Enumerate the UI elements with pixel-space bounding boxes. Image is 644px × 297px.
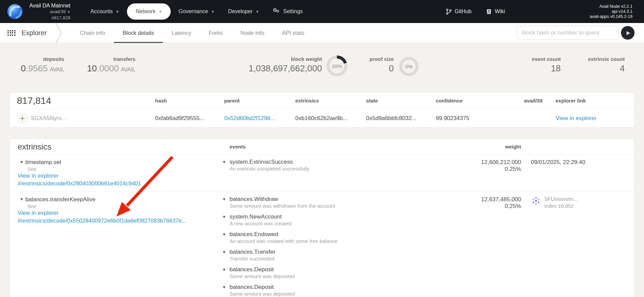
- signer-index: index 10,352: [544, 203, 578, 209]
- event-description: A new account was created: [230, 220, 292, 227]
- best-block-number: #817,826: [28, 15, 70, 21]
- col-header-confidence: confidence: [436, 98, 500, 104]
- extrinsic-explorer-link[interactable]: View in explorer: [18, 172, 222, 179]
- see-label[interactable]: See: [27, 166, 222, 172]
- expand-caret-icon[interactable]: ▼: [18, 159, 22, 166]
- stat-proof-size: proof size 0: [369, 56, 394, 73]
- expand-caret-icon[interactable]: ▼: [222, 231, 227, 244]
- breadcrumb-chevron-icon: [56, 23, 62, 43]
- wiki-link[interactable]: Wiki: [486, 8, 505, 15]
- nav-item-settings[interactable]: ⚙⚙ Settings: [267, 3, 308, 20]
- tab-latency[interactable]: Latency: [163, 23, 200, 43]
- block-search-input[interactable]: [517, 26, 619, 40]
- event-name: system.ExtrinsicSuccess: [230, 159, 309, 165]
- tab-chain-info[interactable]: Chain info: [71, 23, 114, 43]
- event-item: ▼ balances.Deposit Some amount was depos…: [222, 284, 457, 297]
- expand-caret-icon[interactable]: ▼: [222, 196, 227, 209]
- event-description: Some amount was withdrawn from the accou…: [230, 203, 335, 209]
- git-branch-icon: [446, 8, 452, 15]
- chevron-down-icon[interactable]: ▼: [67, 10, 70, 14]
- apps-grid-icon[interactable]: [7, 30, 16, 36]
- expand-caret-icon[interactable]: ▼: [222, 159, 227, 172]
- chevron-down-icon: ▼: [211, 10, 214, 14]
- extrinsic-explorer-link[interactable]: View in explorer: [18, 209, 222, 216]
- event-name: balances.Endowed: [230, 231, 338, 238]
- chevron-down-icon: ▼: [158, 10, 162, 14]
- event-item: ▼ balances.Withdraw Some amount was with…: [222, 196, 457, 209]
- explorer-tabs: Chain info Block details Latency Forks N…: [71, 23, 313, 43]
- nav-item-governance[interactable]: Governance▼: [173, 3, 220, 20]
- block-explorer-link[interactable]: View in explorer: [556, 115, 597, 121]
- extrinsics-root: 0xb160c62b2ae9b...: [295, 115, 366, 122]
- api-version: api v14.3.1: [590, 9, 632, 14]
- stat-event-count: event count 18: [532, 56, 561, 73]
- explorer-tab-bar: Explorer Chain info Block details Latenc…: [0, 23, 644, 43]
- block-author-identicon: [17, 113, 28, 124]
- extrinsic-decode-link[interactable]: #/extrinsics/decode/0x55028400972e6b0f1d…: [18, 216, 222, 225]
- tab-forks[interactable]: Forks: [200, 23, 232, 43]
- app-section-label: Explorer: [22, 29, 47, 37]
- expand-caret-icon[interactable]: ▼: [18, 196, 22, 203]
- event-item: ▼ balances.Transfer Transfer succeeded: [222, 249, 457, 262]
- parent-hash-link[interactable]: 0x52d60bd2f1296...: [224, 115, 275, 121]
- expand-caret-icon[interactable]: ▼: [222, 213, 227, 227]
- extrinsic-weight-percent: 0.25%: [457, 203, 521, 210]
- avail-logo-icon[interactable]: [7, 3, 23, 20]
- tab-node-info[interactable]: Node info: [232, 23, 273, 43]
- node-version: Avail Node v2.2.1: [590, 4, 632, 9]
- block-table-header: 817,814 hash parent extrinsics state con…: [10, 93, 634, 109]
- nav-item-network[interactable]: Network▼: [127, 3, 171, 20]
- signer-identicon: [531, 196, 541, 206]
- block-search: ▶: [517, 26, 635, 40]
- play-icon: ▶: [626, 30, 630, 36]
- event-description: Some amount was deposited: [230, 291, 295, 297]
- expand-caret-icon[interactable]: ▼: [222, 284, 227, 297]
- stat-deposits: deposits 0.9565AVAIL: [21, 56, 64, 73]
- stat-extrinsic-count: extrinsic count 4: [588, 56, 625, 73]
- chevron-down-icon: ▼: [116, 10, 119, 14]
- version-info: Avail Node v2.2.1 api v14.3.1 avail-apps…: [590, 4, 632, 19]
- block-hash: 0xfab6ad9f29555...: [155, 115, 224, 122]
- top-navigation-bar: Avail DA Mainnet avail/39▼ #817,826 Acco…: [0, 0, 644, 23]
- extrinsic-decode-link[interactable]: #/extrinsics/decode/0x280403000b61e4014c…: [18, 179, 222, 188]
- stat-block-weight: block weight 1,038,697,662,000: [249, 56, 322, 73]
- event-item: ▼ balances.Endowed An account was create…: [222, 231, 457, 244]
- extrinsics-table-header: extrinsics events weight: [10, 139, 634, 155]
- extrinsic-row-timestamp-set: ▼ timestamp.set See View in explorer #/e…: [10, 155, 634, 191]
- col-header-weight: weight: [457, 144, 521, 150]
- github-link[interactable]: GitHub: [446, 8, 472, 15]
- event-name: balances.Transfer: [230, 249, 275, 255]
- col-header-state: state: [366, 98, 436, 104]
- block-author-address[interactable]: 5GXA5Nyrv...: [31, 115, 66, 122]
- signer-address[interactable]: 5FUvsovvm...: [544, 196, 578, 203]
- gears-icon: ⚙⚙: [273, 8, 280, 15]
- signer-account[interactable]: 5FUvsovvm... index 10,352: [531, 196, 625, 209]
- event-item: ▼ system.ExtrinsicSuccess An extrinsic c…: [222, 159, 457, 172]
- col-header-parent: parent: [224, 98, 295, 104]
- confidence-value: 99.90234375: [436, 115, 500, 122]
- expand-caret-icon[interactable]: ▼: [222, 249, 227, 262]
- search-submit-button[interactable]: ▶: [621, 26, 635, 40]
- expand-caret-icon[interactable]: ▼: [222, 266, 227, 279]
- chain-label: avail/39: [50, 9, 66, 14]
- proof-size-donut-chart: 0%: [399, 57, 418, 76]
- event-description: An extrinsic completed successfully: [230, 165, 309, 172]
- chain-selector[interactable]: Avail DA Mainnet avail/39▼ #817,826: [28, 2, 70, 21]
- event-name: balances.Withdraw: [230, 196, 335, 203]
- tab-api-stats[interactable]: API stats: [273, 23, 313, 43]
- event-description: An account was created with some free ba…: [230, 238, 338, 244]
- book-icon: [486, 9, 492, 15]
- col-header-explorer-link: explorer link: [556, 98, 627, 104]
- tab-block-details[interactable]: Block details: [114, 23, 163, 43]
- event-item: ▼ system.NewAccount A new account was cr…: [222, 213, 457, 227]
- block-stats-summary: deposits 0.9565AVAIL transfers 10.0000AV…: [0, 43, 644, 92]
- stat-transfers: transfers 10.0000AVAIL: [87, 56, 135, 73]
- block-summary-card: 817,814 hash parent extrinsics state con…: [9, 92, 635, 128]
- block-timestamp: 09/01/2025, 22:29:40: [531, 159, 625, 166]
- nav-item-accounts[interactable]: Accounts▼: [85, 3, 125, 20]
- see-label[interactable]: See: [27, 203, 222, 209]
- extrinsic-method: balances.transferKeepAlive: [25, 196, 95, 203]
- extrinsic-method: timestamp.set: [25, 159, 61, 166]
- event-name: balances.Deposit: [230, 284, 295, 291]
- nav-item-developer[interactable]: Developer▼: [222, 3, 265, 20]
